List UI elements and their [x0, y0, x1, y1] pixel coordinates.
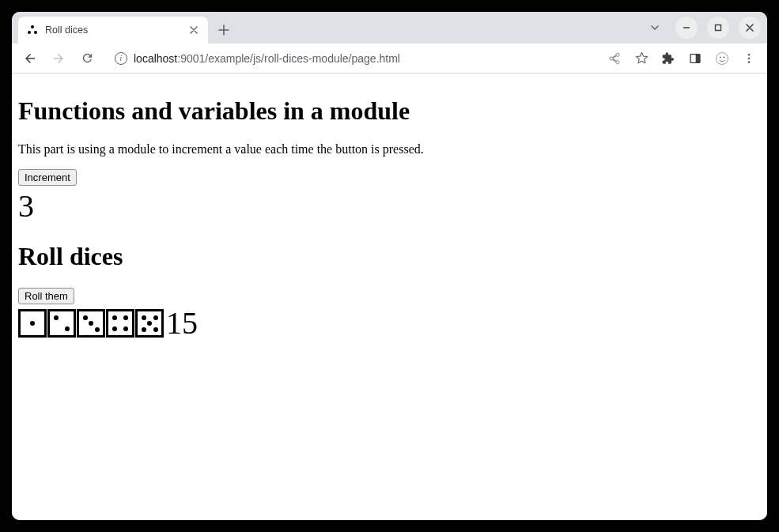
bookmark-icon[interactable] [630, 47, 653, 70]
die-face [77, 309, 105, 338]
maximize-window-button[interactable] [707, 17, 729, 39]
heading-roll-dices: Roll dices [18, 242, 761, 271]
close-tab-button[interactable] [187, 24, 200, 36]
svg-point-1 [28, 31, 31, 34]
svg-point-0 [31, 25, 34, 28]
svg-point-10 [748, 54, 751, 56]
svg-point-12 [748, 61, 751, 63]
url-path: /example/js/roll-dices-module/page.html [205, 52, 400, 65]
die-face [18, 309, 47, 338]
dice-sum: 15 [166, 308, 198, 339]
roll-button[interactable]: Roll them [18, 288, 74, 304]
address-bar[interactable]: i localhost:9001/example/js/roll-dices-m… [107, 47, 595, 70]
svg-point-9 [723, 56, 724, 58]
back-button[interactable] [18, 47, 42, 70]
svg-point-8 [720, 56, 721, 58]
new-tab-button[interactable] [213, 19, 235, 41]
die-face [106, 309, 134, 338]
site-info-icon[interactable]: i [115, 52, 127, 65]
dice-favicon-icon [26, 24, 39, 36]
tab-title: Roll dices [45, 25, 181, 36]
url-port: :9001 [177, 52, 205, 65]
tab-strip: Roll dices [12, 12, 767, 43]
forward-button[interactable] [47, 47, 70, 70]
browser-window: Roll dices [12, 12, 767, 520]
dice-row: 15 [18, 308, 761, 339]
page-content: Functions and variables in a module This… [12, 74, 767, 520]
profile-avatar-icon[interactable] [710, 47, 734, 70]
toolbar-right [603, 47, 761, 70]
extensions-icon[interactable] [656, 47, 680, 70]
svg-rect-6 [696, 54, 700, 62]
minimize-window-button[interactable] [675, 17, 698, 39]
increment-button[interactable]: Increment [18, 169, 77, 186]
window-controls [644, 17, 761, 39]
die-face [135, 309, 164, 338]
url-host: localhost [134, 52, 177, 65]
reload-button[interactable] [75, 47, 99, 70]
svg-rect-4 [716, 25, 721, 31]
tab-search-button[interactable] [644, 17, 666, 39]
die-face [47, 309, 76, 338]
close-window-button[interactable] [739, 17, 761, 39]
toolbar: i localhost:9001/example/js/roll-dices-m… [12, 43, 767, 74]
side-panel-icon[interactable] [683, 47, 707, 70]
heading-functions: Functions and variables in a module [18, 96, 761, 126]
svg-point-2 [34, 31, 37, 34]
share-icon[interactable] [603, 47, 626, 70]
svg-point-11 [748, 57, 751, 59]
menu-icon[interactable] [737, 47, 761, 70]
svg-point-7 [717, 52, 728, 64]
browser-tab[interactable]: Roll dices [18, 17, 208, 43]
url-text: localhost:9001/example/js/roll-dices-mod… [134, 52, 400, 65]
counter-value: 3 [18, 187, 761, 225]
intro-text: This part is using a module to increment… [18, 142, 761, 157]
